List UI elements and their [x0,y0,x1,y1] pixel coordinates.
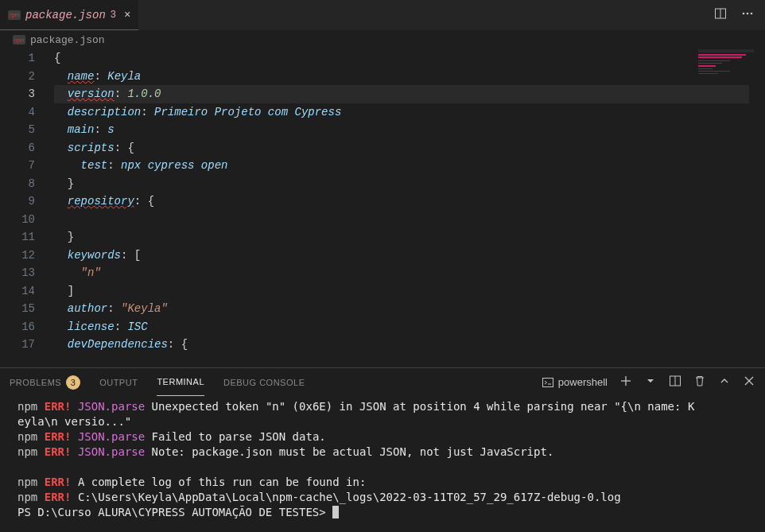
code-token: test [81,159,108,172]
code-token: npx cypress open [121,159,227,172]
terminal-text: Unexpected token "n" (0x6E) in JSON at p… [152,400,695,413]
svg-rect-5 [542,378,553,386]
line-number: 16 [0,318,35,336]
line-number: 11 [0,228,35,247]
terminal-output[interactable]: npm ERR! JSON.parse Unexpected token "n"… [0,396,765,532]
maximize-panel-icon[interactable] [718,375,731,390]
code-token: license [68,320,115,333]
tab-debug-console[interactable]: DEBUG CONSOLE [223,368,305,396]
code-token: { [181,338,188,351]
line-number: 10 [0,211,35,229]
new-terminal-icon[interactable] [619,375,632,390]
line-number: 13 [0,264,35,282]
code-token: : [115,142,128,154]
terminal-text: Note: package.json must be actual JSON, … [152,445,554,458]
more-actions-icon[interactable] [741,7,754,23]
line-number: 12 [0,247,35,265]
npm-file-icon [8,10,21,20]
terminal-text: ERR! [45,476,78,488]
line-number: 5 [0,121,35,139]
code-token: Primeiro Projeto com Cypress [154,106,341,118]
line-number-gutter: 1 2 3 4 5 6 7 8 9 10 11 12 13 14 15 16 1… [0,49,54,367]
code-token: : [134,195,148,208]
terminal-icon [542,376,554,389]
code-token: 1 [127,87,134,100]
code-token: "n" [81,266,101,279]
code-token: scripts [68,142,115,154]
tab-terminal[interactable]: TERMINAL [157,368,204,396]
terminal-text: ERR! [45,400,78,413]
terminal-text: A complete log of this run can be found … [78,476,366,488]
code-token: : [115,87,128,100]
line-number: 7 [0,157,35,175]
terminal-picker[interactable]: powershell [542,376,608,389]
code-token: name [68,70,95,83]
terminal-text: JSON.parse [78,445,152,458]
tab-terminal-label: TERMINAL [157,377,204,386]
code-token: repository [68,195,134,208]
svg-point-2 [743,13,745,15]
code-token: : [121,249,134,262]
breadcrumb-filename: package.json [30,34,105,46]
tab-problems-label: PROBLEMS [10,378,61,387]
problems-count-badge: 3 [66,375,80,390]
terminal-text: ERR! [45,430,78,443]
terminal-text: ERR! [45,445,78,458]
terminal-text: npm [17,491,45,503]
line-number: 4 [0,103,35,122]
split-terminal-icon[interactable] [669,375,682,390]
panel-tab-bar: PROBLEMS 3 OUTPUT TERMINAL DEBUG CONSOLE… [0,368,765,396]
code-area[interactable]: { name: Keyla version: 1.0.0 description… [54,49,765,367]
code-token: devDependencies [68,338,168,351]
tab-group: package.json 3 × [0,0,138,30]
code-token: author [68,302,107,315]
code-token: : [115,320,128,333]
terminal-dropdown-icon[interactable] [644,375,657,390]
code-token: : [107,302,121,315]
code-token: : [141,106,154,118]
code-token: Keyla [107,70,141,83]
code-token: . [148,87,154,100]
line-number: 1 [0,49,35,68]
split-editor-icon[interactable] [714,7,727,23]
code-token: keywords [68,249,121,262]
terminal-prompt-path: D:\Curso ALURA\CYPRESS AUTOMAÇÃO DE TEST… [37,506,332,518]
terminal-text: npm [17,445,45,458]
code-token: ISC [127,320,147,333]
code-token: } [68,231,74,243]
code-token: 0 [141,87,147,100]
svg-point-3 [747,13,749,15]
terminal-text: npm [17,476,45,488]
tab-debug-label: DEBUG CONSOLE [223,378,305,387]
code-token: s [107,123,114,136]
code-token: } [68,177,74,190]
tab-package-json[interactable]: package.json 3 × [0,0,138,30]
code-token: ] [68,285,74,297]
terminal-text: ERR! [45,491,78,503]
code-token: main [68,123,95,136]
line-number: 8 [0,175,35,193]
code-token: { [54,52,60,64]
tab-output[interactable]: OUTPUT [99,368,138,396]
code-token: [ [134,249,141,262]
tab-problems[interactable]: PROBLEMS 3 [10,368,80,396]
tab-close-icon[interactable]: × [124,9,130,21]
code-editor[interactable]: 1 2 3 4 5 6 7 8 9 10 11 12 13 14 15 16 1… [0,49,765,367]
svg-point-4 [751,13,753,15]
terminal-text: PS [17,506,37,518]
code-token: 0 [154,87,161,100]
code-token: . [134,87,141,100]
line-number: 15 [0,300,35,318]
kill-terminal-icon[interactable] [693,375,706,390]
tab-problem-badge: 3 [111,10,116,21]
breadcrumb[interactable]: package.json [0,30,765,49]
tab-output-label: OUTPUT [99,378,138,387]
terminal-text: Failed to parse JSON data. [152,430,326,443]
close-panel-icon[interactable] [743,375,755,390]
code-token: { [148,195,154,208]
code-token: "Keyla" [121,302,168,315]
terminal-shell-name: powershell [558,376,608,388]
code-token: description [68,106,141,118]
terminal-text: eyla\n versio..." [17,415,131,428]
line-number: 17 [0,336,35,354]
